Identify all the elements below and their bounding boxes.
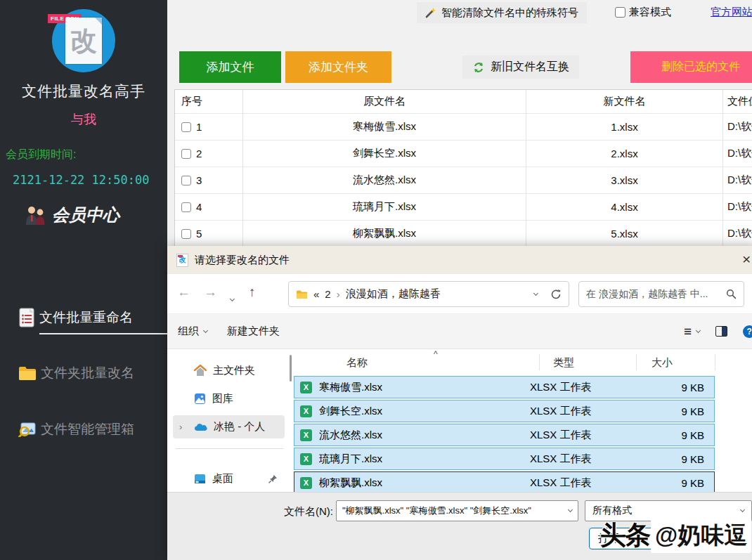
nav-item-onedrive[interactable]: › 冰艳 - 个人 [173,415,285,438]
sidebar-item-batch-rename-files[interactable]: 文件批量重命名 [18,308,133,327]
format-dropdown-chevron-icon[interactable] [740,507,745,512]
file-name: 寒梅傲雪.xlsx [319,381,530,394]
dialog-title-bar[interactable]: 改 请选择要改名的文件 × [167,246,752,274]
original-filename: 琉璃月下.xlsx [243,194,526,220]
view-mode-chevron-icon [696,327,701,332]
column-type[interactable]: 类型 [553,356,574,370]
row-checkbox[interactable] [181,176,191,185]
file-name: 剑舞长空.xlsx [319,405,530,418]
clean-special-chars-button[interactable]: 智能清除文件名中的特殊符号 [417,2,587,23]
compat-mode-checkbox[interactable]: 兼容模式 [615,6,671,19]
file-format-select[interactable]: 所有格式 [585,500,752,521]
file-format-value: 所有格式 [592,504,741,517]
add-folder-button[interactable]: 添加文件夹 [285,51,391,83]
up-arrow-icon[interactable]: ↑ [249,285,256,299]
row-checkbox[interactable] [181,122,191,132]
pin-icon[interactable] [268,474,278,483]
back-arrow-icon[interactable]: ← [177,285,190,299]
nav-item-desktop[interactable]: 桌面 [173,467,285,490]
rename-table-body: 1 寒梅傲雪.xlsx 1.xlsx D:\软件 2 剑舞长空.xlsx 2.x… [175,113,752,247]
file-size: 9 KB [628,382,714,393]
excel-file-icon: X [300,405,312,417]
sidebar-item-label: 文件夹批量改名 [41,364,134,382]
tagline-link[interactable]: 与我 [0,111,167,128]
original-filename: 柳絮飘飘.xlsx [243,221,526,247]
file-list-item[interactable]: X 琉璃月下.xlsx XLSX 工作表 9 KB [294,448,715,470]
file-size: 9 KB [628,477,714,489]
magic-wand-icon [425,7,436,18]
open-button[interactable]: 打开 [589,528,675,549]
original-filename: 剑舞长空.xlsx [243,141,526,167]
search-icon [726,289,737,299]
sidebar: FILE REN 改 文件批量改名高手 与我 会员到期时间: 2121-12-2… [0,0,167,560]
nav-item-home[interactable]: 主文件夹 [173,359,285,382]
gallery-icon [194,393,206,405]
row-checkbox[interactable] [181,149,191,159]
sidebar-item-smart-file-box[interactable]: 文件智能管理箱 [18,420,134,438]
delete-selected-button[interactable]: 删除已选的文件 [630,51,752,83]
search-placeholder: 在 浪漫如酒，越陈越香 中... [586,288,726,301]
swap-names-button[interactable]: 新旧文件名互换 [462,56,579,79]
column-size[interactable]: 大小 [651,356,673,370]
expand-chevron-icon[interactable]: › [179,422,182,432]
file-list-item[interactable]: X 剑舞长空.xlsx XLSX 工作表 9 KB [294,400,715,422]
member-center-button[interactable]: 会员中心 [24,204,119,226]
desktop-icon [194,474,206,484]
breadcrumb-segment[interactable]: 2 [325,288,330,300]
member-center-label: 会员中心 [52,204,119,226]
address-dropdown-chevron-icon[interactable] [533,290,538,295]
preview-pane-icon[interactable] [715,326,727,337]
excel-file-icon: X [300,429,312,441]
nav-item-gallery[interactable]: 图库 [173,387,285,410]
breadcrumb-collapsed[interactable]: « [313,288,319,300]
add-files-button[interactable]: 添加文件 [179,51,281,83]
file-list-header: 名称 ^ 类型 大小 [292,349,752,375]
close-icon[interactable]: × [742,251,751,268]
view-mode-button[interactable]: ≡ [684,324,700,339]
help-icon[interactable]: ? [743,325,752,338]
table-row[interactable]: 1 寒梅傲雪.xlsx 1.xlsx D:\软件 [175,113,752,140]
table-row[interactable]: 3 流水悠然.xlsx 3.xlsx D:\软件 [175,167,752,193]
nav-item-label: 主文件夹 [213,364,255,377]
organize-label: 组织 [178,325,199,338]
column-name[interactable]: 名称 [346,356,368,370]
file-list-item[interactable]: X 流水悠然.xlsx XLSX 工作表 9 KB [294,424,715,446]
active-item-underline [39,333,167,334]
organize-menu-button[interactable]: 组织 [178,325,207,338]
address-bar[interactable]: « 2 › 浪漫如酒，越陈越香 [288,281,569,307]
file-list-item[interactable]: X 柳絮飘飘.xlsx XLSX 工作表 9 KB [294,471,715,492]
checkbox-icon[interactable] [615,7,625,18]
file-path: D:\软件 [723,221,752,247]
clean-special-chars-label: 智能清除文件名中的特殊符号 [441,6,578,20]
table-row[interactable]: 5 柳絮飘飘.xlsx 5.xlsx D:\软件 [175,220,752,247]
table-row[interactable]: 2 剑舞长空.xlsx 2.xlsx D:\软件 [175,140,752,167]
file-path: D:\软件 [723,194,752,220]
row-checkbox[interactable] [181,202,191,212]
excel-file-icon: X [300,477,312,489]
new-folder-button[interactable]: 新建文件夹 [227,325,280,338]
file-list-item[interactable]: X 寒梅傲雪.xlsx XLSX 工作表 9 KB [294,376,715,398]
sort-ascending-icon: ^ [434,349,438,359]
sidebar-item-batch-rename-folders[interactable]: 文件夹批量改名 [18,364,134,382]
swap-names-label: 新旧文件名互换 [491,60,569,74]
filename-combobox[interactable]: "柳絮飘飘.xlsx" "寒梅傲雪.xlsx" "剑舞长空.xlsx" [336,500,578,521]
dialog-title: 请选择要改名的文件 [195,254,290,267]
dialog-command-bar: 组织 新建文件夹 ≡ ? [167,314,752,349]
document-list-icon [18,308,35,327]
table-row[interactable]: 4 琉璃月下.xlsx 4.xlsx D:\软件 [175,193,752,220]
open-button-label: 打开 [598,532,619,545]
search-input[interactable]: 在 浪漫如酒，越陈越香 中... [578,281,744,307]
rename-table-header: 序号 原文件名 新文件名 文件位置 [175,90,752,113]
refresh-icon[interactable] [550,289,562,300]
forward-arrow-icon[interactable]: → [204,285,217,299]
row-checkbox[interactable] [181,229,191,239]
original-filename: 寒梅傲雪.xlsx [243,114,526,140]
filename-dropdown-chevron-icon[interactable] [568,507,573,512]
header-original-name: 原文件名 [243,90,526,113]
excel-file-icon: X [300,453,312,465]
folder-icon [18,365,37,381]
breadcrumb-current-folder[interactable]: 浪漫如酒，越陈越香 [346,287,529,301]
official-website-link[interactable]: 官方网站 [711,6,752,19]
recent-locations-chevron-icon[interactable] [231,289,234,303]
folder-small-icon [296,289,308,299]
